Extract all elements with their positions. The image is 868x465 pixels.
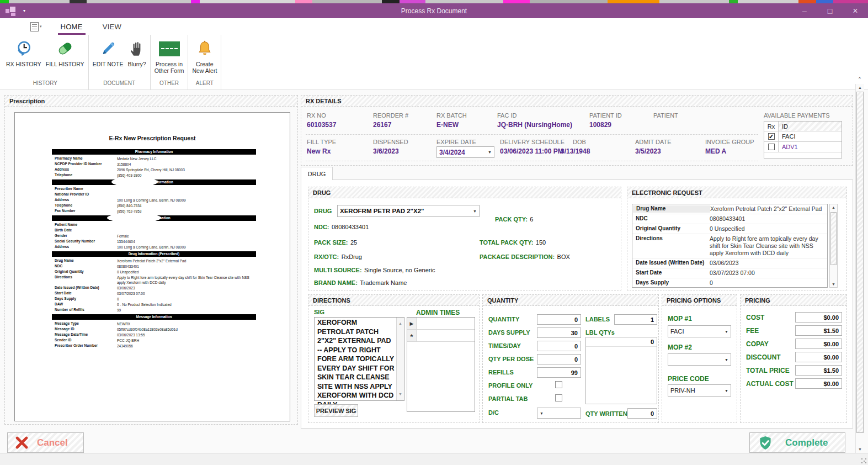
doc-field-value: 3158804 xyxy=(117,161,256,167)
quantity-input[interactable] xyxy=(537,314,581,325)
ribbon-group-label: OTHER xyxy=(152,80,187,89)
er-row: Directions Apply to Right fore arm topic… xyxy=(632,234,827,258)
doc-field-label: Sender ID xyxy=(52,337,117,343)
refills-input[interactable] xyxy=(537,367,581,378)
dc-combobox[interactable]: ▼ xyxy=(537,408,581,419)
labels-label: LABELS xyxy=(585,316,610,323)
pricing-row-input[interactable] xyxy=(795,378,842,389)
dashed-form-icon xyxy=(159,38,180,60)
pricing-row-label: COST xyxy=(746,314,764,321)
pricing-row-input[interactable] xyxy=(795,339,842,349)
admin-times-new-row[interactable]: * xyxy=(407,330,475,342)
profile-only-checkbox[interactable] xyxy=(555,381,562,388)
pricing-row-input[interactable] xyxy=(795,325,842,336)
cancel-button[interactable]: Cancel xyxy=(7,432,84,453)
scroll-down-icon[interactable]: ▼ xyxy=(856,447,864,451)
tab-drug[interactable]: DRUG xyxy=(301,167,333,180)
checkbox-checked-icon[interactable]: ✓ xyxy=(768,133,775,140)
admin-times-row[interactable]: ▶ xyxy=(407,318,475,330)
resize-grip[interactable] xyxy=(861,458,866,463)
scrollbar-thumb[interactable] xyxy=(856,92,864,433)
new-row-icon: * xyxy=(407,330,417,341)
vertical-scrollbar[interactable]: ▲ ▼ xyxy=(855,84,864,453)
pricing-rows: COST FEE COPAY DISCOUNT TOTAL PRICE xyxy=(741,311,846,391)
payment-row-faci[interactable]: ✓ FACI xyxy=(764,131,842,142)
doc-field-value: Xeroform Petrolat Patch 2"x2" External P… xyxy=(117,258,256,263)
mop2-combobox[interactable]: ▼ xyxy=(668,353,731,366)
scroll-down-icon[interactable]: ▼ xyxy=(397,390,404,399)
price-code-label: PRICE CODE xyxy=(668,375,709,383)
pack-size-value: 25 xyxy=(350,239,357,246)
doc-row: Number of Refills 99 xyxy=(52,307,256,313)
admin-times-grid[interactable]: ▶ * xyxy=(407,317,475,412)
er-field-value: 08080433401 xyxy=(710,215,827,223)
minimize-button[interactable]: – xyxy=(792,3,817,18)
fill-history-button[interactable]: FILL HISTORY xyxy=(44,36,87,68)
available-payments-table[interactable]: Rx ID ✓ FACI ADV1 xyxy=(764,121,842,158)
payment-row-adv1[interactable]: ADV1 xyxy=(764,142,842,152)
pricing-panel: PRICING COST FEE COPAY DISCOUNT TOT xyxy=(740,294,847,423)
scroll-up-icon[interactable]: ▲ xyxy=(397,319,404,329)
sig-textarea[interactable]: XEROFORM PETROLAT PATCH 2"X2" EXTERNAL P… xyxy=(314,317,404,401)
price-code-combobox[interactable]: PRIV-NH ▼ xyxy=(668,384,731,397)
mop1-combobox[interactable]: FACI ▼ xyxy=(668,325,731,337)
er-row: Date Issued (Written Date) 03/06/2023 xyxy=(632,258,827,268)
checkbox-unchecked[interactable] xyxy=(768,144,775,150)
er-field-value: 0 Unspecified xyxy=(710,225,827,232)
blurry-button[interactable]: Blurry? xyxy=(125,36,148,68)
rx-history-button[interactable]: RX HISTORY xyxy=(4,36,44,68)
electronic-request-table[interactable]: Drug Name Xeroform Petrolat Patch 2"x2" … xyxy=(632,204,828,288)
times-day-input[interactable] xyxy=(537,341,581,351)
section-rows: Patient Name Birth Date Gender Female So… xyxy=(52,222,256,250)
partial-tab-checkbox[interactable] xyxy=(555,394,562,401)
doc-field-label: Prescriber Order Number xyxy=(52,343,117,348)
sig-scrollbar[interactable]: ▲ ▼ xyxy=(396,318,404,400)
section-rows: Pharmacy Name Medwiz New Jersey LLC NCPD… xyxy=(52,156,256,178)
pencil-icon xyxy=(99,38,117,60)
er-scrollbar-thumb[interactable] xyxy=(830,212,837,265)
scroll-up-icon[interactable]: ▲ xyxy=(830,205,837,209)
create-new-alert-button[interactable]: Create New Alert xyxy=(190,36,219,75)
collapse-ribbon-chevron-icon[interactable]: ⌃ xyxy=(855,76,865,84)
edit-note-button[interactable]: EDIT NOTE xyxy=(90,36,126,68)
doc-row: National Provider ID xyxy=(52,192,256,197)
prescription-document[interactable]: E-Rx New Prescription Request Pharmacy I… xyxy=(14,112,290,421)
rx-no-label: RX NO xyxy=(307,112,326,119)
maximize-button[interactable]: □ xyxy=(817,3,843,18)
process-other-form-button[interactable]: Process in Other Form xyxy=(152,36,187,75)
lbl-qtys-list[interactable]: 0 xyxy=(585,337,657,404)
close-button[interactable]: × xyxy=(843,3,868,18)
lbl-qty-item[interactable]: 0 xyxy=(586,337,657,347)
pricing-row-input[interactable] xyxy=(795,312,842,323)
scroll-down-icon[interactable]: ▼ xyxy=(830,282,837,286)
drug-combobox[interactable]: XEROFRM PETR PAD 2"X2" ▼ xyxy=(337,205,480,217)
qty-per-dose-input[interactable] xyxy=(537,354,581,364)
pricing-row-input[interactable] xyxy=(795,365,842,376)
shield-check-icon xyxy=(758,435,773,451)
doc-row: Pharmacy Name Medwiz New Jersey LLC xyxy=(52,156,256,161)
ribbon-button-label: Create New Alert xyxy=(192,61,217,74)
pricing-row-input[interactable] xyxy=(795,352,842,362)
er-scrollbar[interactable]: ▲ ▼ xyxy=(829,204,838,288)
tab-view[interactable]: VIEW xyxy=(102,20,123,33)
section-rows: Message Type NEWRX Message ID 05ff97cd30… xyxy=(52,321,256,348)
days-supply-input[interactable] xyxy=(537,327,581,338)
complete-button[interactable]: Complete xyxy=(749,432,845,453)
pricing-row: COST xyxy=(741,311,846,325)
labels-input[interactable] xyxy=(614,314,657,325)
qty-per-dose-label: QTY PER DOSE xyxy=(488,356,534,362)
file-menu-button[interactable]: ▾ xyxy=(30,22,42,31)
scroll-up-icon[interactable]: ▲ xyxy=(856,86,864,89)
preview-sig-button[interactable]: PREVIEW SIG xyxy=(314,404,358,417)
tab-home[interactable]: HOME xyxy=(60,20,84,33)
doc-field-label: NCPDP Provider ID Number xyxy=(52,161,117,167)
bell-icon xyxy=(196,38,214,60)
chevron-down-icon: ▼ xyxy=(725,330,728,334)
doc-field-value: NEWRX xyxy=(117,321,256,326)
admit-date-value: 3/5/2023 xyxy=(635,147,661,155)
expire-date-combobox[interactable]: 3/4/2024 ▼ xyxy=(436,146,494,158)
doc-field-label: Start Date xyxy=(52,290,117,296)
profile-only-label: PROFILE ONLY xyxy=(488,382,532,389)
doc-field-value: 135444604 xyxy=(117,239,256,244)
qty-written-input[interactable] xyxy=(627,408,657,419)
